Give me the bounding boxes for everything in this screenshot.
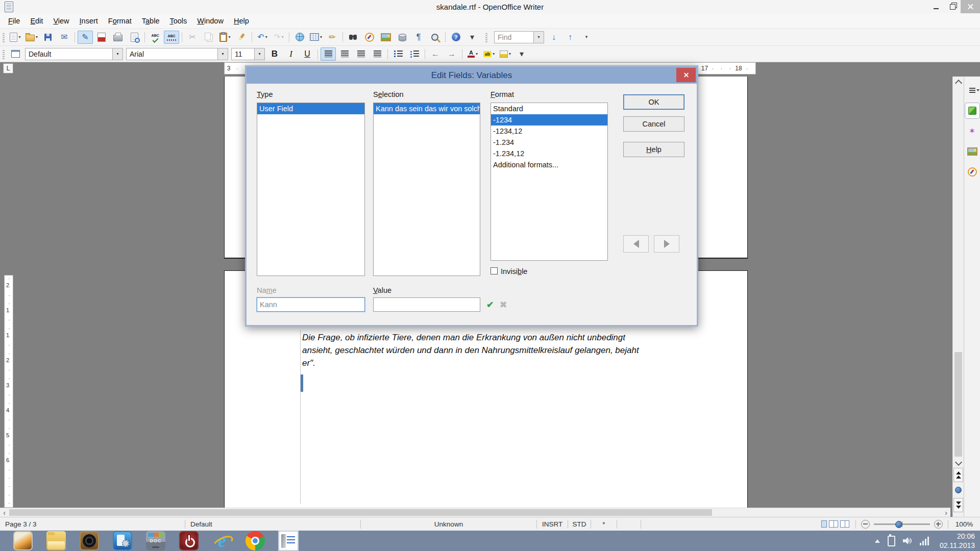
horizontal-scrollbar[interactable]: ‹ › xyxy=(0,508,950,517)
previous-page-button[interactable] xyxy=(953,468,963,482)
taskbar-system-settings[interactable] xyxy=(112,531,133,551)
sidebar-tab-styles[interactable]: ✶ xyxy=(965,123,979,139)
previous-field-button[interactable] xyxy=(623,235,649,253)
highlighting-dropdown-icon[interactable]: ▾ xyxy=(493,52,495,56)
menu-format[interactable]: Format xyxy=(103,15,137,27)
selection-mode-indicator[interactable]: STD xyxy=(568,517,591,531)
zoom-in-button[interactable] xyxy=(934,520,943,529)
type-list-item[interactable]: User Field xyxy=(257,103,364,114)
find-toolbar-more-button[interactable]: ▾ xyxy=(579,31,594,44)
taskbar-openoffice-writer[interactable] xyxy=(278,531,299,551)
taskbar-internet-explorer[interactable]: e xyxy=(212,531,232,551)
find-previous-button[interactable]: ↑ xyxy=(562,31,578,44)
sidebar-tab-properties[interactable] xyxy=(965,103,979,118)
navigation-button[interactable] xyxy=(953,484,963,496)
single-page-view-button[interactable] xyxy=(821,520,827,528)
format-list-item[interactable]: -1.234,12 xyxy=(491,148,607,159)
edit-mode-button[interactable]: ✎ xyxy=(78,31,93,44)
find-toolbar-handle[interactable] xyxy=(485,32,487,42)
menu-window[interactable]: Window xyxy=(192,15,229,27)
menu-help[interactable]: Help xyxy=(229,15,254,27)
format-list-item[interactable]: Standard xyxy=(491,103,607,114)
next-page-button[interactable] xyxy=(953,498,963,512)
font-color-button[interactable]: A▾ xyxy=(465,47,480,61)
autospellcheck-button[interactable]: ABC xyxy=(164,31,179,44)
menu-table[interactable]: Table xyxy=(137,15,165,27)
print-button[interactable] xyxy=(110,31,126,44)
spellcheck-button[interactable]: ABC xyxy=(148,31,163,44)
menu-edit[interactable]: Edit xyxy=(25,15,48,27)
vertical-scrollbar-thumb[interactable] xyxy=(954,352,962,457)
find-replace-button[interactable] xyxy=(346,31,361,44)
format-paintbrush-button[interactable] xyxy=(234,31,249,44)
cut-button[interactable]: ✂ xyxy=(185,31,200,44)
zoom-out-button[interactable] xyxy=(861,520,870,529)
font-size-dropdown-icon[interactable]: ▾ xyxy=(254,48,264,60)
font-color-dropdown-icon[interactable]: ▾ xyxy=(476,52,478,56)
format-list-item[interactable]: Additional formats... xyxy=(491,159,607,170)
paragraph-style-select[interactable]: Default ▾ xyxy=(25,48,123,60)
taskbar-power[interactable] xyxy=(179,531,199,551)
increase-indent-button[interactable]: → xyxy=(444,47,459,61)
next-field-button[interactable] xyxy=(654,235,679,253)
toolbar-handle[interactable] xyxy=(3,32,5,42)
paste-button[interactable]: ▾ xyxy=(217,31,233,44)
tab-stop-type-button[interactable]: L xyxy=(3,63,13,73)
bullet-list-button[interactable] xyxy=(407,47,422,61)
name-input[interactable] xyxy=(257,297,365,312)
navigator-button[interactable] xyxy=(362,31,377,44)
redo-dropdown-icon[interactable]: ▾ xyxy=(282,35,284,39)
decrease-indent-button[interactable]: ← xyxy=(428,47,443,61)
save-button[interactable] xyxy=(40,31,56,44)
show-hidden-icons-button[interactable] xyxy=(875,537,880,543)
scroll-up-button[interactable] xyxy=(954,77,963,86)
bold-button[interactable]: B xyxy=(267,47,282,61)
scroll-left-button[interactable]: ‹ xyxy=(0,508,9,517)
selection-list-item[interactable]: Kann das sein das wir von solch xyxy=(374,103,480,114)
italic-button[interactable]: I xyxy=(283,47,299,61)
data-sources-button[interactable] xyxy=(395,31,410,44)
nonprinting-characters-button[interactable]: ¶ xyxy=(411,31,426,44)
hyperlink-button[interactable] xyxy=(292,31,307,44)
menu-insert[interactable]: Insert xyxy=(75,15,103,27)
format-list-item[interactable]: -1.234 xyxy=(491,137,607,148)
taskbar-documents[interactable]: DOC xyxy=(145,531,166,551)
value-input[interactable] xyxy=(373,297,480,312)
toolbar-handle[interactable] xyxy=(3,49,5,59)
zoom-slider-thumb[interactable] xyxy=(895,521,902,528)
open-dropdown-icon[interactable]: ▾ xyxy=(36,35,38,39)
zoom-level[interactable]: 100% xyxy=(948,517,980,531)
menu-view[interactable]: View xyxy=(48,15,74,27)
find-input[interactable]: Find ▾ xyxy=(494,31,544,43)
font-size-select[interactable]: 11 ▾ xyxy=(231,48,265,60)
ok-button[interactable]: OK xyxy=(623,94,684,110)
table-button[interactable]: ▾ xyxy=(308,31,324,44)
undo-dropdown-icon[interactable]: ▾ xyxy=(265,35,267,39)
format-list-item[interactable]: -1234,12 xyxy=(491,126,607,137)
email-button[interactable]: ✉ xyxy=(57,31,72,44)
sidebar-tab-gallery[interactable] xyxy=(965,144,979,159)
text-line[interactable]: Die Frage, ob infizierte Tiere, denen ma… xyxy=(302,331,639,344)
redo-button[interactable]: ↷▾ xyxy=(271,31,286,44)
language-indicator[interactable]: Unknown xyxy=(361,517,536,531)
underline-button[interactable]: U xyxy=(300,47,315,61)
clock[interactable]: 20:06 02.11.2013 xyxy=(937,532,975,550)
format-list-item[interactable]: -1234 xyxy=(491,114,607,126)
battery-icon[interactable] xyxy=(888,536,895,546)
align-right-button[interactable] xyxy=(353,47,369,61)
export-pdf-button[interactable]: PDF xyxy=(94,31,109,44)
styles-window-button[interactable] xyxy=(8,47,23,61)
scroll-right-button[interactable]: › xyxy=(942,508,950,517)
type-list[interactable]: User Field xyxy=(257,103,365,276)
undo-button[interactable]: ↶▾ xyxy=(255,31,270,44)
toolbar-more-button[interactable]: ▾ xyxy=(514,47,529,61)
gallery-button[interactable] xyxy=(378,31,394,44)
help-button[interactable]: Help xyxy=(623,142,684,157)
dialog-close-button[interactable] xyxy=(676,68,696,82)
multi-page-view-button[interactable] xyxy=(829,520,838,528)
new-document-dropdown-icon[interactable]: ▾ xyxy=(18,35,20,39)
highlighting-button[interactable]: ab▾ xyxy=(481,47,497,61)
taskbar-photos[interactable] xyxy=(13,531,33,551)
zoom-slider[interactable] xyxy=(874,523,930,525)
background-color-button[interactable]: ▾ xyxy=(498,47,513,61)
